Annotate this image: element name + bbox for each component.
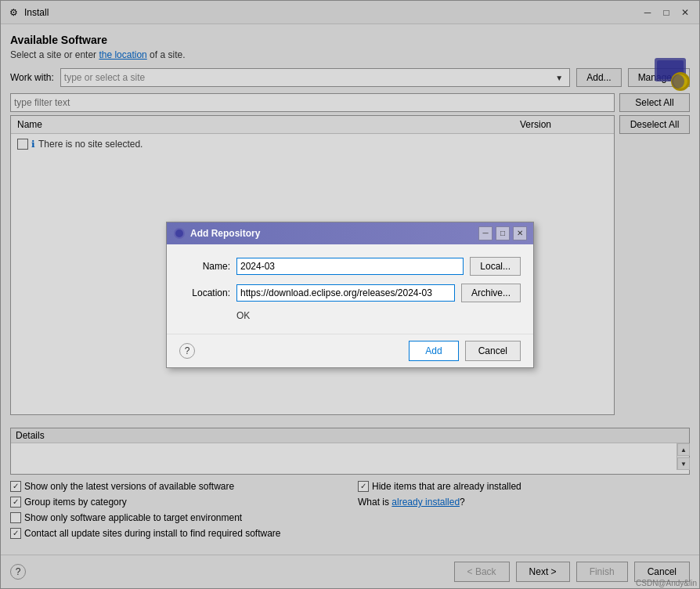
dialog-name-input[interactable] [236, 258, 464, 275]
main-window: ⚙ Install ─ □ ✕ Available Software Selec… [0, 0, 700, 589]
dialog-cancel-button[interactable]: Cancel [465, 341, 521, 361]
dialog-location-row: Location: Archive... [179, 284, 521, 302]
dialog-location-input[interactable] [236, 284, 455, 302]
dialog-minimize-button[interactable]: ─ [478, 226, 493, 240]
dialog-controls: ─ □ ✕ [478, 226, 527, 240]
dialog-title: Add Repository [190, 228, 478, 239]
dialog-footer: ? Add Cancel [167, 334, 533, 367]
dialog-name-row: Name: Local... [179, 257, 521, 276]
dialog-ok-text: OK [179, 310, 521, 321]
local-button[interactable]: Local... [470, 257, 521, 276]
modal-overlay: Add Repository ─ □ ✕ Name: Local... Loca… [0, 0, 700, 589]
dialog-icon [173, 227, 186, 240]
dialog-maximize-button[interactable]: □ [496, 226, 510, 240]
dialog-name-label: Name: [179, 261, 230, 272]
dialog-close-button[interactable]: ✕ [513, 226, 527, 240]
dialog-add-button[interactable]: Add [409, 341, 458, 361]
dialog-title-bar: Add Repository ─ □ ✕ [167, 222, 533, 244]
dialog-help-icon[interactable]: ? [179, 343, 195, 359]
add-repository-dialog: Add Repository ─ □ ✕ Name: Local... Loca… [166, 222, 534, 368]
dialog-location-label: Location: [179, 287, 230, 298]
svg-point-6 [175, 229, 183, 237]
dialog-content: Name: Local... Location: Archive... OK [167, 244, 533, 334]
archive-button[interactable]: Archive... [461, 284, 521, 302]
